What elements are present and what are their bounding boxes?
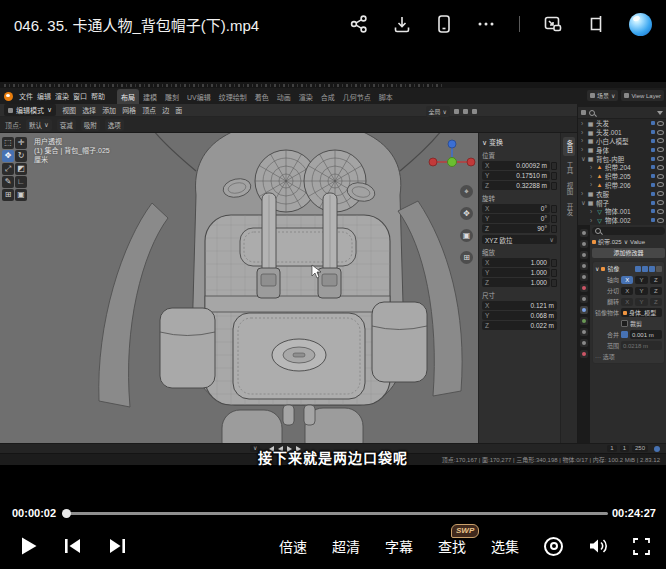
visibility-eye-icon — [657, 209, 664, 214]
transform-panel-title: ∨ 变换 — [482, 137, 557, 147]
expand-arrow-icon — [590, 208, 594, 215]
rotate-tool-icon: ↻ — [15, 150, 27, 162]
player-topbar: 046. 35. 卡通人物_背包帽子(下).mp4 — [0, 0, 666, 48]
orientation-selector: 全局∨ — [426, 106, 450, 117]
sidebar-tab: 条目 — [563, 137, 575, 156]
tool-settings-items: 衰减吸附选项 — [57, 119, 124, 131]
more-icon[interactable] — [476, 14, 496, 34]
expand-arrow-icon — [581, 129, 585, 136]
player-controls: 倍速 超清 字幕 查找 SWP 选集 — [0, 523, 666, 569]
particles-tab-icon — [580, 317, 588, 325]
menu-item: 帮助 — [89, 93, 107, 100]
expand-arrow-icon — [590, 164, 594, 171]
expand-arrow-icon — [590, 173, 594, 180]
scale-field: Z1.000 — [482, 278, 557, 287]
sidebar-tab: 工具 — [563, 158, 575, 177]
visibility-eye-icon — [657, 218, 664, 223]
checkbox-icon — [651, 201, 655, 205]
scale-field: X1.000 — [482, 258, 557, 267]
expand-arrow-icon — [581, 146, 585, 153]
outliner-item-icon — [596, 173, 603, 179]
pivot-point-icon — [472, 109, 477, 114]
viewport-header: 编辑模式 ∨ 视图选择添加网格顶点边面 全局∨ — [0, 104, 577, 117]
outliner-item-icon — [587, 137, 594, 144]
visibility-eye-icon — [657, 147, 664, 152]
rotation-field: Y0° — [482, 214, 557, 223]
checkbox-icon — [651, 121, 655, 125]
speed-button[interactable]: 倍速 — [279, 536, 307, 556]
expand-arrow-icon — [590, 181, 594, 188]
transform-tool-icon: ◩ — [15, 163, 27, 175]
subtitle-button[interactable]: 字幕 — [385, 536, 413, 556]
inset-tool-icon: ▣ — [15, 189, 27, 201]
play-button[interactable] — [20, 536, 38, 556]
realtime-toggle-icon — [642, 266, 648, 272]
visibility-eye-icon — [657, 174, 664, 179]
properties-search — [592, 227, 665, 235]
select-box-tool-icon: ⬚ — [2, 137, 14, 149]
topbar-divider — [519, 16, 520, 32]
outliner-item-icon — [596, 182, 603, 188]
checkbox-icon — [651, 174, 655, 178]
expand-arrow-icon — [581, 137, 585, 144]
flip-row: 翻转 X Y Z — [595, 297, 662, 306]
next-episode-button[interactable] — [108, 538, 126, 554]
scene-tab-icon — [580, 273, 588, 281]
annotate-tool-icon: ✎ — [2, 176, 14, 188]
mirror-modifier-panel: ∨ 镜像 轴向 X Y Z — [592, 261, 665, 364]
object-icon — [592, 240, 596, 244]
move-tool-icon: ✥ — [2, 150, 14, 162]
episodes-button[interactable]: 选集 — [491, 536, 519, 556]
rotation-field: Z90° — [482, 224, 557, 233]
previous-episode-button[interactable] — [64, 538, 82, 554]
checkbox-icon — [651, 183, 655, 187]
volume-button[interactable] — [588, 537, 608, 555]
merge-row: 合并 0.001 m — [595, 330, 662, 339]
view-layer-tab-icon — [580, 262, 588, 270]
viewport-toolbar: ⬚ ✛ ✥ ↻ ⤢ ◩ ✎ ∟ ⊞ ▣ — [2, 137, 29, 201]
picture-in-picture-icon[interactable] — [543, 14, 563, 34]
menu-item: 编辑 — [35, 93, 53, 100]
record-button[interactable] — [544, 537, 563, 556]
modifier-options-footer: ··· 选项 — [595, 352, 662, 361]
world-tab-icon — [580, 284, 588, 292]
outliner-item-label: 物体.002 — [605, 215, 631, 225]
workspace-tab: 渲染 — [295, 89, 317, 104]
viewport-menu-item: 面 — [175, 105, 182, 115]
seek-bar[interactable] — [64, 512, 608, 515]
workspace-tab: 几何节点 — [339, 89, 375, 104]
share-icon[interactable] — [349, 14, 369, 34]
snip-window-icon[interactable] — [586, 14, 606, 34]
seek-knob[interactable] — [62, 509, 71, 518]
location-field: X0.00092 m — [482, 161, 557, 170]
quality-button[interactable]: 超清 — [332, 536, 360, 556]
outliner-item: 头发 — [578, 119, 666, 128]
checkbox-icon — [651, 192, 655, 196]
rotation-fields: X0°Y0°Z90° — [482, 204, 557, 233]
checkbox-icon — [651, 157, 655, 161]
visibility-eye-icon — [657, 165, 664, 170]
bisect-row: 分切 X Y Z — [595, 286, 662, 295]
scene-selector: 场景∨ — [587, 90, 618, 101]
menu-item: 渲染 — [53, 93, 71, 100]
app-logo[interactable] — [629, 13, 652, 36]
cast-phone-icon[interactable] — [435, 14, 453, 34]
download-icon[interactable] — [392, 14, 412, 34]
outliner-display-mode-icon — [581, 110, 586, 115]
fullscreen-button[interactable] — [633, 538, 650, 555]
range-row: 范围 0.0218 m — [595, 341, 662, 350]
snap-magnet-icon — [454, 109, 459, 114]
proportional-editing-icon — [463, 109, 468, 114]
render-tab-icon — [580, 240, 588, 248]
clipping-row: 裁剪 — [595, 319, 662, 328]
tool-default-chip: 默认∨ — [26, 119, 52, 131]
dimension-fields: X0.121 mY0.068 mZ0.022 m — [482, 301, 557, 330]
outliner-item-icon — [587, 120, 594, 127]
outliner-filter-icon — [657, 111, 663, 115]
video-title: 046. 35. 卡通人物_背包帽子(下).mp4 — [0, 14, 259, 35]
video-area[interactable]: 文件编辑渲染窗口帮助 布局建模雕刻UV编辑纹理绘制着色动画渲染合成几何节点脚本 … — [0, 48, 666, 505]
search-button[interactable]: 查找 SWP — [438, 536, 466, 556]
location-fields: X0.00092 mY0.17510 mZ0.32288 m — [482, 161, 557, 190]
dimension-field: Y0.068 m — [482, 311, 557, 320]
expand-arrow-icon — [581, 155, 585, 163]
